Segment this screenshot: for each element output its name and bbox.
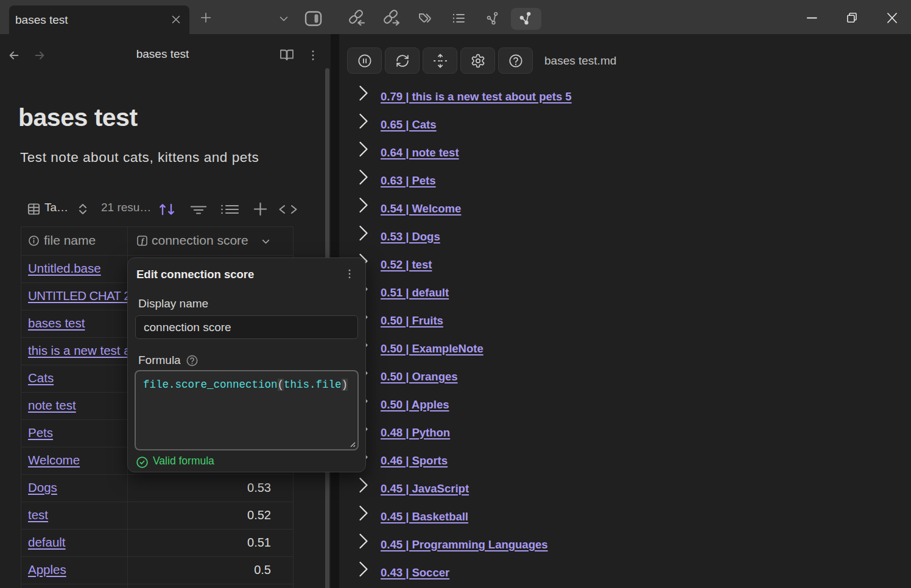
svg-text:f: f xyxy=(141,236,145,245)
